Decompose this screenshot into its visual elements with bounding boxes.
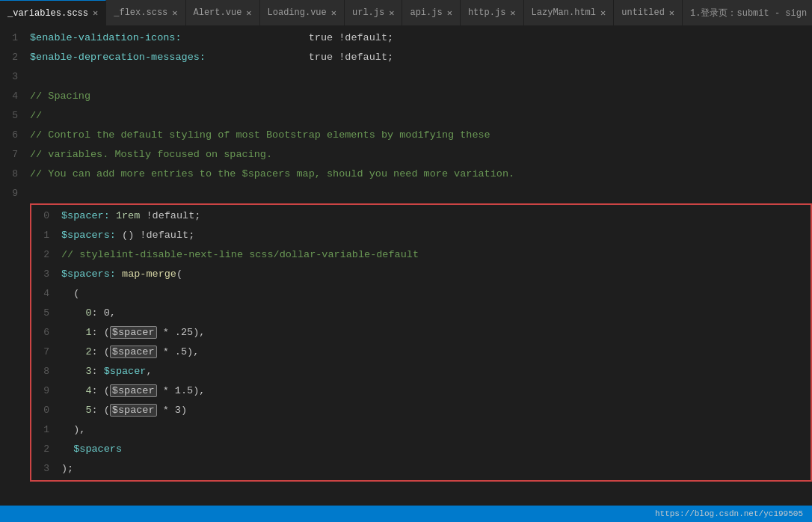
code-line: 2 $enable-deprecation-messages: true !de… — [0, 48, 812, 67]
code-line: 0 5: ($spacer * 3) — [31, 401, 811, 420]
tab-http-js[interactable]: http.js ✕ — [461, 0, 524, 25]
line-number: 7 — [31, 344, 61, 360]
code-area: 1 $enable-validation-icons: true !defaul… — [0, 25, 812, 506]
line-number: 2 — [31, 247, 61, 263]
code-line: 7 2: ($spacer * .5), — [31, 343, 811, 362]
line-number: 0 — [31, 208, 61, 224]
tab-close-icon[interactable]: ✕ — [510, 7, 515, 19]
line-code: // stylelint-disable-next-line scss/doll… — [61, 247, 811, 263]
tab-alert-vue[interactable]: Alert.vue ✕ — [186, 0, 260, 25]
code-line: 8 // You can add more entries to the $sp… — [0, 165, 812, 184]
line-code: $spacers: map-merge( — [61, 266, 811, 283]
code-line: 9 4: ($spacer * 1.5), — [31, 381, 811, 401]
line-code: 1: ($spacer * .25), — [61, 325, 811, 341]
line-code: // Control the default styling of most B… — [30, 127, 812, 144]
selected-code-region: 0 $spacer: 1rem !default; 1 $spacers: ()… — [30, 203, 812, 482]
code-line: 4 // Spacing — [0, 87, 812, 106]
tab-label: Alert.vue — [194, 7, 242, 18]
tab-untitled[interactable]: untitled ✕ — [614, 0, 683, 25]
line-number: 1 — [31, 422, 61, 438]
line-code: // — [30, 108, 812, 124]
line-number: 5 — [0, 108, 30, 124]
code-line: 5 // — [0, 106, 812, 126]
line-code: $spacers: () !default; — [61, 227, 811, 244]
tab-label: 1.登录页：submit - sign — [690, 7, 807, 19]
tab-label: api.js — [410, 7, 442, 18]
line-code: 3: $spacer, — [61, 363, 811, 380]
tab-close-icon[interactable]: ✕ — [600, 7, 606, 19]
line-number: 6 — [0, 127, 30, 144]
line-number: 1 — [0, 30, 30, 46]
line-number: 3 — [31, 461, 61, 477]
code-line: 4 ( — [31, 284, 811, 304]
code-line: 5 0: 0, — [31, 304, 811, 323]
line-code: ); — [61, 461, 811, 477]
code-line: 1 ), — [31, 420, 811, 440]
line-number: 0 — [31, 402, 61, 419]
tab-bar: _variables.scss ✕ _flex.scss ✕ Alert.vue… — [0, 0, 812, 25]
line-code: $enable-validation-icons: true !default; — [30, 30, 812, 46]
line-number: 9 — [0, 185, 30, 202]
code-line: 3 $spacers: map-merge( — [31, 265, 811, 284]
line-code: 4: ($spacer * 1.5), — [61, 383, 811, 399]
line-number: 5 — [31, 305, 61, 322]
tab-close-icon[interactable]: ✕ — [331, 7, 336, 19]
tab-close-icon[interactable]: ✕ — [172, 7, 177, 19]
tab-url-js[interactable]: url.js ✕ — [345, 0, 402, 25]
line-code: ( — [61, 286, 811, 302]
code-line: 9 — [0, 184, 812, 203]
tab-label: _variables.scss — [7, 8, 88, 19]
tab-close-icon[interactable]: ✕ — [389, 7, 394, 19]
code-line: 0 $spacer: 1rem !default; — [31, 206, 811, 226]
line-code: $enable-deprecation-messages: true !defa… — [30, 49, 812, 66]
code-line: 3 ); — [31, 459, 811, 479]
line-number: 4 — [0, 88, 30, 105]
line-code: // Spacing — [30, 88, 812, 105]
tab-variables-scss[interactable]: _variables.scss ✕ — [0, 0, 106, 25]
tab-flex-scss[interactable]: _flex.scss ✕ — [106, 0, 185, 25]
line-code: $spacers — [61, 441, 811, 458]
tab-loading-vue[interactable]: Loading.vue ✕ — [260, 0, 345, 25]
line-code: 2: ($spacer * .5), — [61, 344, 811, 360]
tab-close-icon[interactable]: ✕ — [447, 7, 452, 19]
line-number: 3 — [31, 266, 61, 283]
line-code: // You can add more entries to the $spac… — [30, 166, 812, 182]
tab-close-icon[interactable]: ✕ — [669, 7, 674, 19]
code-line: 8 3: $spacer, — [31, 362, 811, 381]
tab-label: Loading.vue — [268, 7, 327, 18]
line-number: 9 — [31, 383, 61, 399]
line-code: $spacer: 1rem !default; — [61, 208, 811, 224]
tab-login[interactable]: 1.登录页：submit - sign — [683, 0, 812, 25]
line-code: 5: ($spacer * 3) — [61, 402, 811, 419]
line-number: 8 — [31, 363, 61, 380]
line-code — [30, 185, 812, 202]
tab-label: untitled — [621, 7, 665, 18]
line-number: 4 — [31, 286, 61, 302]
line-number: 3 — [0, 69, 30, 85]
code-line: 2 // stylelint-disable-next-line scss/do… — [31, 245, 811, 265]
line-code: 0: 0, — [61, 305, 811, 322]
code-line: 6 1: ($spacer * .25), — [31, 323, 811, 343]
line-number: 2 — [0, 49, 30, 66]
code-line: 2 $spacers — [31, 440, 811, 459]
tab-api-js[interactable]: api.js ✕ — [402, 0, 460, 25]
line-code — [30, 69, 812, 85]
code-line: 6 // Control the default styling of most… — [0, 126, 812, 145]
tab-label: url.js — [352, 7, 384, 18]
tab-close-icon[interactable]: ✕ — [93, 7, 98, 19]
tab-lazyman-html[interactable]: LazyMan.html ✕ — [524, 0, 615, 25]
code-line: 3 — [0, 67, 812, 87]
line-code: ), — [61, 422, 811, 438]
footer-bar: https://blog.csdn.net/yc199505 — [0, 506, 812, 522]
code-line: 7 // variables. Mostly focused on spacin… — [0, 145, 812, 165]
line-number: 2 — [31, 441, 61, 458]
tab-label: _flex.scss — [114, 7, 167, 18]
code-content[interactable]: 1 $enable-validation-icons: true !defaul… — [0, 25, 812, 506]
line-number: 6 — [31, 325, 61, 341]
tab-label: LazyMan.html — [532, 7, 596, 18]
tab-close-icon[interactable]: ✕ — [246, 7, 251, 19]
line-number: 1 — [31, 227, 61, 244]
tab-label: http.js — [468, 7, 505, 18]
watermark-text: https://blog.csdn.net/yc199505 — [655, 509, 803, 518]
line-number: 8 — [0, 166, 30, 182]
